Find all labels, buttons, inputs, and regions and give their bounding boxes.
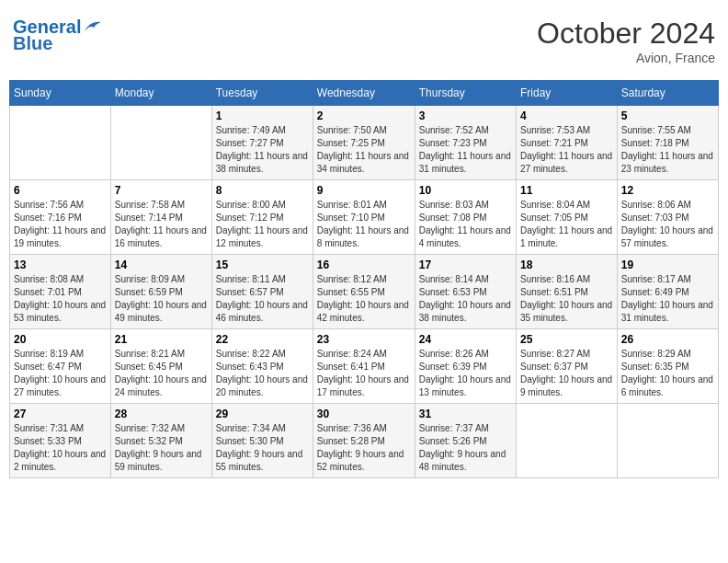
day-info: Sunrise: 8:08 AM Sunset: 7:01 PM Dayligh… — [14, 273, 107, 325]
day-info: Sunrise: 8:06 AM Sunset: 7:03 PM Dayligh… — [621, 199, 714, 250]
day-number: 15 — [216, 259, 309, 271]
calendar-day-cell: 26Sunrise: 8:29 AM Sunset: 6:35 PM Dayli… — [617, 329, 718, 404]
calendar-body: 1Sunrise: 7:49 AM Sunset: 7:27 PM Daylig… — [10, 106, 719, 478]
calendar-day-cell: 10Sunrise: 8:03 AM Sunset: 7:08 PM Dayli… — [415, 180, 516, 255]
day-number: 2 — [317, 109, 411, 122]
day-info: Sunrise: 8:12 AM Sunset: 6:55 PM Dayligh… — [317, 273, 411, 325]
day-number: 28 — [115, 408, 208, 420]
calendar-day-cell: 19Sunrise: 8:17 AM Sunset: 6:49 PM Dayli… — [617, 255, 718, 329]
day-info: Sunrise: 7:55 AM Sunset: 7:18 PM Dayligh… — [621, 124, 714, 176]
day-info: Sunrise: 7:34 AM Sunset: 5:30 PM Dayligh… — [216, 422, 309, 474]
title-section: October 2024 Avion, France — [537, 17, 715, 65]
day-number: 7 — [115, 184, 208, 197]
day-number: 5 — [621, 109, 714, 122]
day-number: 4 — [520, 109, 613, 122]
calendar-week-row: 6Sunrise: 7:56 AM Sunset: 7:16 PM Daylig… — [10, 180, 719, 255]
day-of-week-header: Saturday — [617, 81, 718, 106]
calendar-day-cell: 17Sunrise: 8:14 AM Sunset: 6:53 PM Dayli… — [415, 255, 516, 329]
calendar-day-cell: 12Sunrise: 8:06 AM Sunset: 7:03 PM Dayli… — [617, 180, 718, 255]
day-number: 24 — [419, 333, 512, 346]
day-info: Sunrise: 8:26 AM Sunset: 6:39 PM Dayligh… — [419, 348, 512, 399]
day-info: Sunrise: 7:37 AM Sunset: 5:26 PM Dayligh… — [419, 422, 512, 474]
day-info: Sunrise: 8:03 AM Sunset: 7:08 PM Dayligh… — [419, 199, 512, 250]
calendar-day-cell: 18Sunrise: 8:16 AM Sunset: 6:51 PM Dayli… — [517, 255, 618, 329]
calendar-day-cell: 1Sunrise: 7:49 AM Sunset: 7:27 PM Daylig… — [211, 106, 313, 180]
calendar-day-cell: 11Sunrise: 8:04 AM Sunset: 7:05 PM Dayli… — [517, 180, 618, 255]
day-info: Sunrise: 7:32 AM Sunset: 5:32 PM Dayligh… — [115, 422, 208, 474]
calendar-week-row: 13Sunrise: 8:08 AM Sunset: 7:01 PM Dayli… — [10, 255, 719, 329]
calendar-day-cell: 3Sunrise: 7:52 AM Sunset: 7:23 PM Daylig… — [415, 106, 516, 180]
day-info: Sunrise: 8:17 AM Sunset: 6:49 PM Dayligh… — [621, 273, 714, 325]
day-number: 18 — [520, 259, 613, 271]
calendar-day-cell: 30Sunrise: 7:36 AM Sunset: 5:28 PM Dayli… — [313, 404, 415, 478]
month-title: October 2024 — [537, 17, 715, 51]
day-number: 13 — [14, 259, 107, 271]
day-info: Sunrise: 7:49 AM Sunset: 7:27 PM Dayligh… — [216, 124, 309, 176]
day-number: 29 — [216, 408, 309, 420]
day-info: Sunrise: 8:29 AM Sunset: 6:35 PM Dayligh… — [621, 348, 714, 399]
day-info: Sunrise: 8:04 AM Sunset: 7:05 PM Dayligh… — [520, 199, 613, 250]
day-number: 21 — [115, 333, 208, 346]
day-info: Sunrise: 8:09 AM Sunset: 6:59 PM Dayligh… — [115, 273, 208, 325]
day-number: 6 — [14, 184, 107, 197]
calendar-day-cell: 27Sunrise: 7:31 AM Sunset: 5:33 PM Dayli… — [10, 404, 111, 478]
day-of-week-header: Friday — [517, 81, 618, 106]
calendar-day-cell — [110, 106, 211, 180]
calendar-day-cell: 14Sunrise: 8:09 AM Sunset: 6:59 PM Dayli… — [110, 255, 211, 329]
day-number: 31 — [419, 408, 512, 420]
day-number: 20 — [14, 333, 107, 346]
day-info: Sunrise: 8:16 AM Sunset: 6:51 PM Dayligh… — [520, 273, 613, 325]
day-info: Sunrise: 7:36 AM Sunset: 5:28 PM Dayligh… — [317, 422, 411, 474]
day-number: 3 — [419, 109, 512, 122]
day-info: Sunrise: 7:52 AM Sunset: 7:23 PM Dayligh… — [419, 124, 512, 176]
day-info: Sunrise: 8:21 AM Sunset: 6:45 PM Dayligh… — [115, 348, 208, 399]
calendar-week-row: 27Sunrise: 7:31 AM Sunset: 5:33 PM Dayli… — [10, 404, 719, 478]
calendar-day-cell: 23Sunrise: 8:24 AM Sunset: 6:41 PM Dayli… — [313, 329, 415, 404]
calendar-header-row: SundayMondayTuesdayWednesdayThursdayFrid… — [10, 81, 719, 106]
day-number: 14 — [115, 259, 208, 271]
page-header: General Blue October 2024 Avion, France — [9, 9, 719, 73]
day-info: Sunrise: 8:00 AM Sunset: 7:12 PM Dayligh… — [216, 199, 309, 250]
calendar-day-cell: 7Sunrise: 7:58 AM Sunset: 7:14 PM Daylig… — [110, 180, 211, 255]
day-of-week-header: Thursday — [415, 81, 516, 106]
day-number: 17 — [419, 259, 512, 271]
day-number: 30 — [317, 408, 411, 420]
day-number: 27 — [14, 408, 107, 420]
day-number: 23 — [317, 333, 411, 346]
calendar-day-cell: 25Sunrise: 8:27 AM Sunset: 6:37 PM Dayli… — [517, 329, 618, 404]
calendar-day-cell: 29Sunrise: 7:34 AM Sunset: 5:30 PM Dayli… — [211, 404, 313, 478]
day-number: 8 — [216, 184, 309, 197]
day-number: 26 — [621, 333, 714, 346]
day-info: Sunrise: 7:56 AM Sunset: 7:16 PM Dayligh… — [14, 199, 107, 250]
day-info: Sunrise: 8:11 AM Sunset: 6:57 PM Dayligh… — [216, 273, 309, 325]
calendar-day-cell: 16Sunrise: 8:12 AM Sunset: 6:55 PM Dayli… — [313, 255, 415, 329]
calendar-day-cell: 31Sunrise: 7:37 AM Sunset: 5:26 PM Dayli… — [415, 404, 516, 478]
calendar-day-cell — [617, 404, 718, 478]
day-info: Sunrise: 8:22 AM Sunset: 6:43 PM Dayligh… — [216, 348, 309, 399]
calendar-day-cell: 2Sunrise: 7:50 AM Sunset: 7:25 PM Daylig… — [313, 106, 415, 180]
day-number: 22 — [216, 333, 309, 346]
calendar-day-cell: 13Sunrise: 8:08 AM Sunset: 7:01 PM Dayli… — [10, 255, 111, 329]
calendar-day-cell: 6Sunrise: 7:56 AM Sunset: 7:16 PM Daylig… — [10, 180, 111, 255]
logo: General Blue — [13, 17, 103, 53]
day-info: Sunrise: 7:50 AM Sunset: 7:25 PM Dayligh… — [317, 124, 411, 176]
day-info: Sunrise: 7:31 AM Sunset: 5:33 PM Dayligh… — [14, 422, 107, 474]
day-info: Sunrise: 8:24 AM Sunset: 6:41 PM Dayligh… — [317, 348, 411, 399]
day-number: 1 — [216, 109, 309, 122]
day-number: 19 — [621, 259, 714, 271]
day-info: Sunrise: 8:14 AM Sunset: 6:53 PM Dayligh… — [419, 273, 512, 325]
day-info: Sunrise: 8:27 AM Sunset: 6:37 PM Dayligh… — [520, 348, 613, 399]
day-info: Sunrise: 7:53 AM Sunset: 7:21 PM Dayligh… — [520, 124, 613, 176]
day-info: Sunrise: 8:19 AM Sunset: 6:47 PM Dayligh… — [14, 348, 107, 399]
logo-bird-icon — [83, 18, 103, 35]
day-info: Sunrise: 8:01 AM Sunset: 7:10 PM Dayligh… — [317, 199, 411, 250]
day-number: 25 — [520, 333, 613, 346]
calendar-day-cell: 8Sunrise: 8:00 AM Sunset: 7:12 PM Daylig… — [211, 180, 313, 255]
calendar-day-cell: 20Sunrise: 8:19 AM Sunset: 6:47 PM Dayli… — [10, 329, 111, 404]
calendar-day-cell: 9Sunrise: 8:01 AM Sunset: 7:10 PM Daylig… — [313, 180, 415, 255]
calendar-day-cell: 21Sunrise: 8:21 AM Sunset: 6:45 PM Dayli… — [110, 329, 211, 404]
day-of-week-header: Sunday — [10, 81, 111, 106]
calendar-day-cell: 24Sunrise: 8:26 AM Sunset: 6:39 PM Dayli… — [415, 329, 516, 404]
day-number: 10 — [419, 184, 512, 197]
calendar-day-cell: 22Sunrise: 8:22 AM Sunset: 6:43 PM Dayli… — [211, 329, 313, 404]
